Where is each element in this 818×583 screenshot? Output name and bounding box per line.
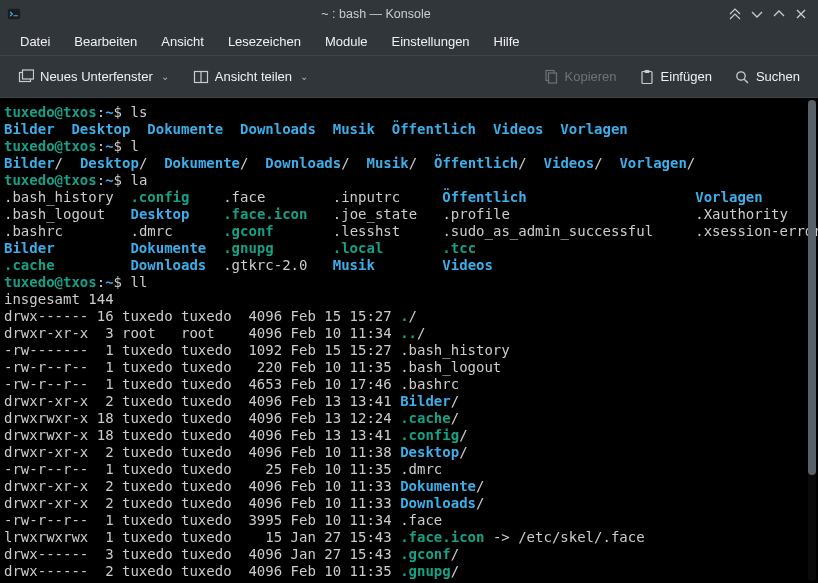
svg-rect-8 (644, 70, 649, 73)
new-tab-button[interactable]: Neues Unterfenster ⌄ (10, 64, 177, 90)
scrollbar[interactable] (808, 100, 816, 581)
search-icon (734, 69, 750, 85)
titlebar: ~ : bash — Konsole (0, 0, 818, 28)
paste-label: Einfügen (661, 69, 712, 84)
split-view-label: Ansicht teilen (215, 69, 292, 84)
menu-ansicht[interactable]: Ansicht (149, 29, 216, 54)
split-view-icon (193, 69, 209, 85)
app-icon (6, 6, 22, 22)
menu-einstellungen[interactable]: Einstellungen (380, 29, 482, 54)
chevron-down-icon: ⌄ (300, 71, 308, 82)
svg-line-10 (744, 79, 748, 83)
menu-datei[interactable]: Datei (8, 29, 62, 54)
paste-button[interactable]: Einfügen (631, 64, 720, 90)
minimize-icon[interactable] (746, 3, 768, 25)
menu-bearbeiten[interactable]: Bearbeiten (62, 29, 149, 54)
svg-rect-7 (642, 71, 652, 83)
window-title: ~ : bash — Konsole (28, 7, 724, 21)
maximize-icon[interactable] (768, 3, 790, 25)
copy-label: Kopieren (565, 69, 617, 84)
svg-rect-2 (23, 70, 34, 79)
search-label: Suchen (756, 69, 800, 84)
menu-module[interactable]: Module (313, 29, 380, 54)
search-button[interactable]: Suchen (726, 64, 808, 90)
chevron-down-icon: ⌄ (161, 71, 169, 82)
keep-above-icon[interactable] (724, 3, 746, 25)
copy-button[interactable]: Kopieren (535, 64, 625, 90)
terminal-output[interactable]: tuxedo@txos:~$ ls Bilder Desktop Dokumen… (0, 98, 818, 583)
paste-icon (639, 69, 655, 85)
menu-hilfe[interactable]: Hilfe (482, 29, 532, 54)
menubar: Datei Bearbeiten Ansicht Lesezeichen Mod… (0, 28, 818, 56)
toolbar: Neues Unterfenster ⌄ Ansicht teilen ⌄ Ko… (0, 56, 818, 98)
new-tab-icon (18, 69, 34, 85)
new-tab-label: Neues Unterfenster (40, 69, 153, 84)
svg-rect-6 (548, 73, 556, 83)
menu-lesezeichen[interactable]: Lesezeichen (216, 29, 313, 54)
split-view-button[interactable]: Ansicht teilen ⌄ (185, 64, 316, 90)
svg-point-9 (737, 71, 745, 79)
svg-rect-0 (8, 9, 20, 20)
scrollbar-thumb[interactable] (808, 100, 816, 475)
copy-icon (543, 69, 559, 85)
close-icon[interactable] (790, 3, 812, 25)
